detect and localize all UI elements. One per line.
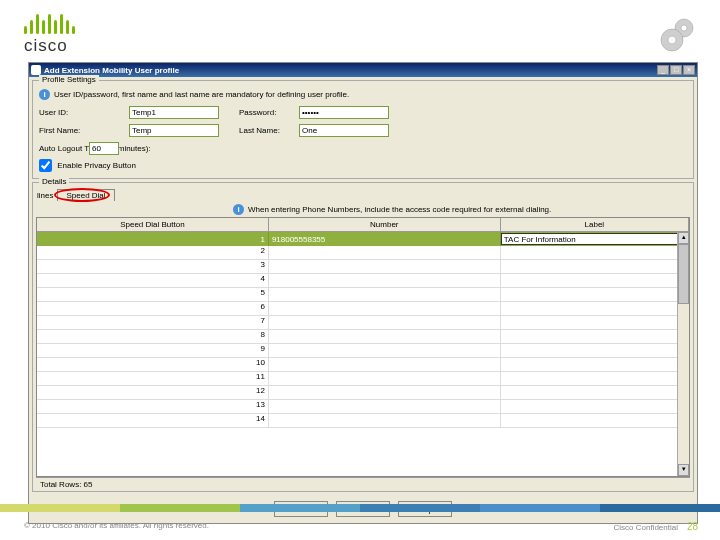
table-row[interactable]: 13 [37, 400, 689, 414]
col-speed-dial[interactable]: Speed Dial Button [37, 218, 269, 231]
password-input[interactable] [299, 106, 389, 119]
cell-number: 918005558355 [269, 232, 501, 246]
table-row[interactable]: 6 [37, 302, 689, 316]
dialog-window: Add Extension Mobility User profile _ □ … [28, 62, 698, 524]
svg-point-1 [681, 25, 687, 31]
details-section: Details lines Speed Dial i When entering… [32, 182, 694, 492]
last-name-input[interactable] [299, 124, 389, 137]
page-number: 28 [687, 521, 698, 532]
table-row-selected[interactable]: 1 918005558355 [37, 232, 689, 246]
speed-dial-table: Speed Dial Button Number Label 1 9180055… [36, 217, 690, 477]
profile-settings-section: Profile Settings i User ID/password, fir… [32, 80, 694, 179]
scroll-down-button[interactable]: ▾ [678, 464, 689, 476]
svg-point-3 [668, 36, 676, 44]
tab-label-text: Speed Dial [66, 191, 105, 200]
password-label: Password: [239, 108, 299, 117]
table-row[interactable]: 9 [37, 344, 689, 358]
last-name-label: Last Name: [239, 126, 299, 135]
first-name-label: First Name: [39, 126, 129, 135]
table-row[interactable]: 5 [37, 288, 689, 302]
col-number[interactable]: Number [269, 218, 501, 231]
tabs: lines Speed Dial [37, 189, 693, 201]
footer: © 2010 Cisco and/or its affiliates. All … [24, 521, 698, 532]
table-row[interactable]: 11 [37, 372, 689, 386]
info-icon: i [233, 204, 244, 215]
table-row[interactable]: 3 [37, 260, 689, 274]
user-id-input[interactable] [129, 106, 219, 119]
hint-text: User ID/password, first name and last na… [54, 90, 349, 99]
details-hint-text: When entering Phone Numbers, include the… [248, 205, 551, 214]
cisco-logo: cisco [24, 8, 75, 56]
autologout-label: Auto Logout Timeout (minutes): [39, 144, 239, 153]
details-hint: i When entering Phone Numbers, include t… [233, 204, 693, 215]
brand-stripe [0, 504, 720, 512]
minimize-button[interactable]: _ [657, 65, 669, 75]
label-input[interactable] [501, 233, 683, 245]
section-title: Profile Settings [39, 75, 99, 84]
titlebar: Add Extension Mobility User profile _ □ … [29, 63, 697, 77]
close-button[interactable]: × [683, 65, 695, 75]
privacy-label: Enable Privacy Button [57, 161, 136, 170]
table-header: Speed Dial Button Number Label [37, 218, 689, 232]
logo-bars [24, 8, 75, 34]
table-row[interactable]: 2 [37, 246, 689, 260]
privacy-checkbox-row: Enable Privacy Button [39, 159, 687, 172]
gear-icon [658, 14, 698, 54]
user-id-label: User ID: [39, 108, 129, 117]
col-label[interactable]: Label [501, 218, 689, 231]
scroll-up-button[interactable]: ▴ [678, 232, 689, 244]
details-title: Details [39, 177, 69, 186]
privacy-checkbox[interactable] [39, 159, 52, 172]
maximize-button[interactable]: □ [670, 65, 682, 75]
window-icon [31, 65, 41, 75]
table-row[interactable]: 12 [37, 386, 689, 400]
table-row[interactable]: 14 [37, 414, 689, 428]
scroll-thumb[interactable] [678, 244, 689, 304]
first-name-input[interactable] [129, 124, 219, 137]
confidential-text: Cisco Confidential [614, 523, 678, 532]
table-row[interactable]: 4 [37, 274, 689, 288]
copyright-text: © 2010 Cisco and/or its affiliates. All … [24, 521, 209, 532]
profile-hint: i User ID/password, first name and last … [39, 89, 687, 100]
window-title: Add Extension Mobility User profile [44, 66, 657, 75]
cell-button: 1 [37, 232, 269, 246]
total-rows: Total Rows: 65 [36, 477, 690, 491]
tab-speed-dial[interactable]: Speed Dial [57, 189, 114, 201]
info-icon: i [39, 89, 50, 100]
table-row[interactable]: 10 [37, 358, 689, 372]
table-row[interactable]: 8 [37, 330, 689, 344]
autologout-input[interactable] [89, 142, 119, 155]
table-scrollbar[interactable]: ▴ ▾ [677, 232, 689, 476]
logo-text: cisco [24, 36, 75, 56]
table-row[interactable]: 7 [37, 316, 689, 330]
tab-prefix: lines [37, 191, 53, 200]
